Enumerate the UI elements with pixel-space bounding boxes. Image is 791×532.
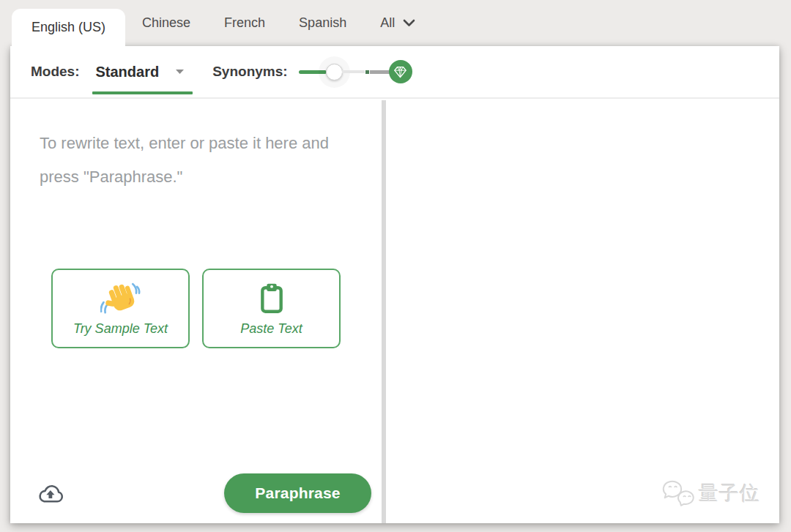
gem-icon <box>393 66 407 78</box>
dropdown-arrow-icon <box>175 69 185 75</box>
tab-chinese[interactable]: Chinese <box>125 0 207 46</box>
slider-track-premium <box>370 70 390 74</box>
tab-label: All <box>380 15 395 31</box>
modes-label: Modes: <box>31 64 80 80</box>
paste-text-label: Paste Text <box>240 321 302 337</box>
tab-all-languages[interactable]: All <box>363 0 432 46</box>
slider-thumb[interactable] <box>326 64 343 80</box>
input-editor[interactable]: To rewrite text, enter or paste it here … <box>10 100 382 523</box>
slider-track-empty[interactable] <box>342 70 365 73</box>
watermark-text: 量子位 <box>699 480 760 506</box>
premium-gem-button[interactable] <box>389 60 412 83</box>
tab-label: Spanish <box>299 15 346 31</box>
paraphrase-button[interactable]: Paraphrase <box>224 473 371 513</box>
slider-tick <box>365 70 369 74</box>
clipboard-icon <box>258 281 286 316</box>
try-sample-text-button[interactable]: Try Sample Text <box>51 269 190 348</box>
chevron-down-icon <box>403 19 415 27</box>
synonyms-slider[interactable] <box>299 60 412 83</box>
upload-document-button[interactable] <box>35 482 65 508</box>
paraphraser-card: Modes: Standard Synonyms: <box>10 46 779 523</box>
panels: To rewrite text, enter or paste it here … <box>10 100 779 523</box>
tab-label: Chinese <box>142 15 190 31</box>
suggestion-cards: Try Sample Text Paste Text <box>51 269 341 348</box>
modes-toolbar: Modes: Standard Synonyms: <box>10 46 779 99</box>
language-tabbar: English (US) Chinese French Spanish All <box>12 0 776 46</box>
tab-english-us[interactable]: English (US) <box>12 9 125 46</box>
slider-track-filled[interactable] <box>299 70 327 74</box>
output-panel: 量子位 <box>386 100 779 523</box>
synonyms-label: Synonyms: <box>212 64 287 80</box>
paraphraser-app: English (US) Chinese French Spanish All … <box>0 0 791 532</box>
tab-spanish[interactable]: Spanish <box>282 0 363 46</box>
waving-hand-icon <box>100 281 141 316</box>
paste-text-button[interactable]: Paste Text <box>202 269 341 348</box>
wechat-icon <box>662 479 695 507</box>
mode-underline <box>92 91 193 94</box>
mode-select-dropdown[interactable]: Standard <box>94 64 187 80</box>
upload-cloud-icon <box>35 482 65 506</box>
tab-label: French <box>224 15 265 31</box>
selected-mode: Standard <box>96 64 160 80</box>
tab-french[interactable]: French <box>207 0 282 46</box>
try-sample-text-label: Try Sample Text <box>73 321 168 337</box>
watermark: 量子位 <box>662 479 760 507</box>
tab-label: English (US) <box>31 20 105 35</box>
editor-placeholder: To rewrite text, enter or paste it here … <box>40 127 355 194</box>
